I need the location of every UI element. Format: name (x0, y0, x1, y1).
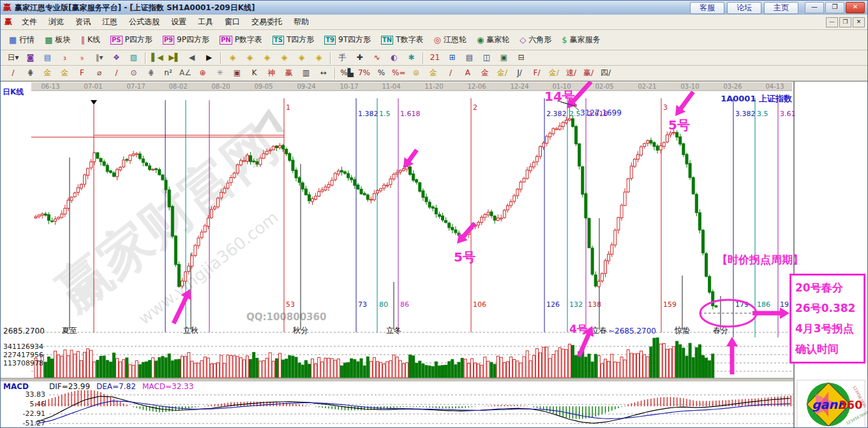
last-page-icon[interactable]: ▶▌ (167, 51, 183, 65)
mdi-restore-button[interactable]: ❐ (839, 17, 851, 27)
toolbar-button-hexagon[interactable]: ◇六角形 (515, 33, 556, 47)
square-spiral-icon[interactable]: ▣ (229, 66, 245, 80)
ruler-123-icon[interactable]: ▥ (298, 66, 314, 80)
pen-2-icon[interactable]: ∕ (442, 66, 458, 80)
toolbar-button-p-number-table[interactable]: PNP数字表 (215, 33, 267, 47)
menu-item-tools[interactable]: 工具 (192, 15, 219, 29)
gann-box-gold-2-icon[interactable]: 金 (57, 66, 73, 80)
gold-slash-icon[interactable]: 金∕ (494, 66, 510, 80)
wave-3-icon[interactable]: ₃ (57, 51, 73, 65)
menu-item-settings[interactable]: 设置 (165, 15, 192, 29)
export-db-icon[interactable]: ▣ (496, 51, 512, 65)
diamond-expand-icon[interactable]: ◈ (311, 51, 327, 65)
window-minimize-button[interactable]: — (805, 2, 824, 13)
titlebar-button-home[interactable]: 主页 (764, 2, 798, 14)
gold-box-2-icon[interactable]: 金 (477, 66, 493, 80)
mdi-close-button[interactable]: ✕ (853, 17, 865, 27)
compass-red-icon[interactable]: ⊕ (195, 66, 211, 80)
mdi-minimize-button[interactable]: — (826, 17, 838, 27)
chart-area[interactable]: 赢家财富网www.yingjia360.comQQ:10080036006-13… (1, 81, 868, 428)
comb-icon[interactable]: ⋕ (143, 66, 159, 80)
menu-item-window[interactable]: 窗口 (219, 15, 246, 29)
spiral-icon[interactable]: ⌀ (91, 66, 107, 80)
menu-item-help[interactable]: 帮助 (288, 15, 315, 29)
diamond-star-icon[interactable]: ◈ (294, 51, 310, 65)
gold-circle-icon[interactable]: ⊜ (408, 66, 424, 80)
next-page-icon[interactable]: ▶ (201, 51, 217, 65)
j-slash-icon[interactable]: J∕ (511, 66, 527, 80)
seven-percent-icon[interactable]: 7% (356, 66, 372, 80)
notebook-icon[interactable]: ▤ (461, 51, 477, 65)
memo-icon[interactable]: ▤ (40, 51, 56, 65)
first-page-icon[interactable]: ▌◀ (149, 51, 165, 65)
menu-item-gann[interactable]: 江恩 (96, 15, 123, 29)
four-slash-icon[interactable]: 四∕ (597, 66, 613, 80)
percent-icon[interactable]: % (373, 66, 389, 80)
menu-item-trade[interactable]: 交易委托 (246, 15, 288, 29)
gann-grid-shen-icon[interactable]: 神 (264, 66, 280, 80)
wave-9-icon[interactable]: ₉ (74, 51, 90, 65)
brush-icon[interactable]: ∕ (5, 66, 21, 80)
n-square-icon[interactable]: n² (160, 66, 176, 80)
kline-chart-canvas[interactable]: 赢家财富网www.yingjia360.comQQ:10080036006-13… (1, 82, 868, 428)
toolbar-button-t-square[interactable]: TST四方形 (268, 33, 318, 47)
gann-grid-win-icon[interactable]: 赢 (281, 66, 297, 80)
menu-item-browse[interactable]: 浏览 (43, 15, 70, 29)
width-tool-icon[interactable]: ↔ (315, 66, 331, 80)
menu-item-file[interactable]: 文件 (16, 15, 43, 29)
angle-tool-icon[interactable]: A∠ (177, 66, 193, 80)
pen-wave-icon[interactable]: ∿ (369, 51, 385, 65)
window-close-button[interactable]: ✕ (846, 2, 865, 13)
f-box-icon[interactable]: F (74, 66, 90, 80)
pattern-brush-icon[interactable]: ❖ (108, 51, 124, 65)
f-slash-icon[interactable]: F∕ (528, 66, 544, 80)
crosshair-icon[interactable]: ✚ (352, 51, 368, 65)
toolbar-button-gann-wheel[interactable]: ◎江恩轮 (430, 33, 471, 47)
andrews-fork-icon[interactable]: A (460, 66, 475, 80)
calculator-icon[interactable]: ⊞ (444, 51, 460, 65)
gold-slash-2-icon[interactable]: 金∕ (546, 66, 562, 80)
calendar-21-icon[interactable]: 21 (427, 51, 443, 65)
speed-slash-icon[interactable]: 速∕ (563, 66, 579, 80)
menu-item-formula-picker[interactable]: 公式选股 (123, 15, 165, 29)
volume-bar (467, 364, 470, 378)
k-quote-icon[interactable]: K (246, 66, 262, 80)
prev-page-icon[interactable]: ◀ (184, 51, 200, 65)
toolbar-button-9p-square[interactable]: P99P四方形 (158, 33, 214, 47)
brain-icon[interactable]: ✱ (403, 51, 419, 65)
hand-drag-icon[interactable]: 手 (334, 51, 350, 65)
brush-2-icon[interactable]: ∕ (108, 66, 124, 80)
save-icon[interactable]: ◫ (479, 51, 495, 65)
color-chart-icon[interactable]: ▨ (126, 51, 142, 65)
star-gray-icon[interactable]: ✳ (212, 66, 228, 80)
toolbar-button-quotes[interactable]: ▦行情 (4, 33, 39, 47)
toolbar-button-t-number-table[interactable]: TNT数字表 (377, 33, 428, 47)
percent-ruler-icon[interactable]: %▙ (339, 66, 355, 80)
gold-level-icon[interactable]: 金 (425, 66, 441, 80)
diamond-left-icon[interactable]: ◈ (225, 51, 241, 65)
grid-tool-icon[interactable]: ⋕ (22, 66, 38, 80)
time-circle-icon[interactable]: ⊙ (126, 66, 142, 80)
pattern-window-icon[interactable]: ◙ (22, 51, 38, 65)
candle-style-icon[interactable]: ∥▾ (91, 51, 107, 65)
toolbar-button-sectors[interactable]: ▩板块 (40, 33, 75, 47)
percent-level-icon[interactable]: %= (391, 66, 407, 80)
toolbar-button-winner-service[interactable]: $赢家服务 (557, 33, 604, 47)
candle-body (679, 137, 682, 144)
mask-icon[interactable]: ◐ (386, 51, 402, 65)
toolbar-button-winner-wheel[interactable]: ◉赢家轮 (472, 33, 514, 47)
diamond-cross-icon[interactable]: ◈ (276, 51, 292, 65)
diamond-h-icon[interactable]: ◈ (259, 51, 275, 65)
menu-item-news[interactable]: 资讯 (70, 15, 96, 29)
window-restore-button[interactable]: ❐ (825, 2, 844, 13)
kline-period-dropdown-icon[interactable]: 日▾ (5, 51, 21, 65)
print-icon[interactable]: ⊟ (513, 51, 529, 65)
win-slash-icon[interactable]: 赢∕ (580, 66, 596, 80)
titlebar-button-support[interactable]: 客服 (690, 2, 724, 14)
gann-box-gold-icon[interactable]: 金 (40, 66, 56, 80)
diamond-right-icon[interactable]: ◈ (242, 51, 258, 65)
titlebar-button-forum[interactable]: 论坛 (727, 2, 761, 14)
toolbar-button-9t-square[interactable]: T99T四方形 (320, 33, 375, 47)
toolbar-button-p-square[interactable]: PSP四方形 (106, 33, 157, 47)
toolbar-button-kline[interactable]: ∥K线 (77, 33, 105, 47)
